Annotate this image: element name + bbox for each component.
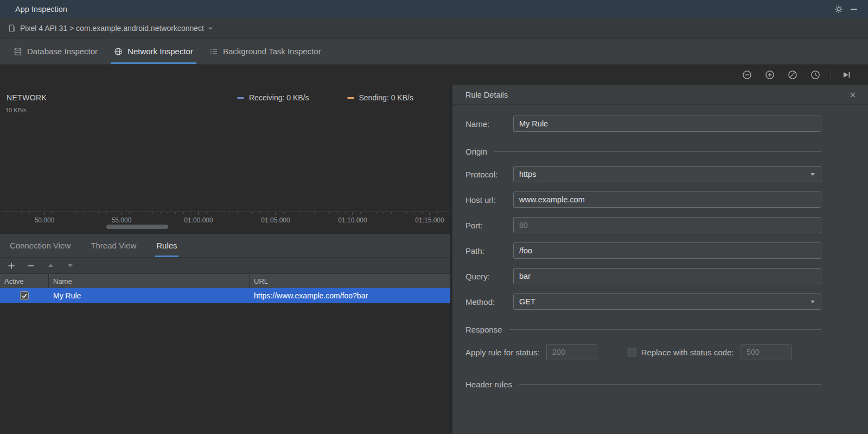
minimize-button[interactable] — [846, 2, 861, 16]
x-axis-tick: 55.000 — [112, 212, 132, 224]
tab-thread-view[interactable]: Thread View — [90, 234, 137, 257]
panel-title: Rule Details — [465, 91, 508, 99]
receiving-marker-icon — [237, 97, 244, 99]
port-input[interactable] — [513, 217, 821, 233]
method-row: Method: GET — [465, 293, 821, 310]
toolbar-separator — [831, 69, 831, 80]
add-rule-button[interactable] — [3, 259, 20, 272]
section-title: Header rules — [465, 380, 512, 389]
legend-sending: Sending: 0 KB/s — [347, 93, 413, 102]
zoom-out-button[interactable] — [739, 68, 755, 82]
section-title: Origin — [465, 147, 487, 156]
tab-label: Thread View — [91, 241, 136, 250]
tab-background-task-inspector[interactable]: Background Task Inspector — [201, 39, 329, 64]
zoom-out-icon — [742, 70, 752, 80]
zoom-in-button[interactable] — [762, 68, 777, 82]
zoom-in-icon — [765, 70, 775, 80]
section-title: Response — [465, 325, 502, 334]
reset-zoom-icon — [788, 70, 797, 80]
protocol-select[interactable]: https — [513, 166, 821, 182]
replace-status-checkbox[interactable] — [628, 348, 636, 356]
zoom-to-selection-button[interactable] — [808, 68, 823, 82]
database-icon — [14, 47, 22, 56]
response-section-header: Response — [465, 325, 821, 334]
chart-title: NETWORK — [7, 93, 47, 102]
go-live-icon — [841, 70, 851, 80]
path-input[interactable] — [513, 242, 821, 259]
tick-mark — [121, 212, 122, 215]
inspector-tab-bar: Database Inspector Network Inspector Bac… — [0, 39, 868, 65]
add-icon — [8, 262, 15, 270]
method-select[interactable]: GET — [513, 293, 821, 310]
tab-rules[interactable]: Rules — [155, 234, 178, 257]
port-label: Port: — [465, 221, 513, 230]
device-icon — [8, 24, 16, 33]
port-row: Port: — [465, 217, 821, 233]
path-label: Path: — [465, 246, 513, 256]
checkmark-icon — [21, 292, 28, 299]
view-tab-bar: Connection View Thread View Rules — [0, 234, 450, 258]
host-url-input[interactable] — [513, 192, 821, 208]
host-row: Host url: — [465, 192, 821, 208]
reset-zoom-button[interactable] — [785, 68, 800, 82]
rule-name-input[interactable] — [513, 116, 821, 132]
protocol-row: Protocol: https — [465, 166, 821, 182]
tab-label: Connection View — [10, 241, 71, 250]
rules-table-empty-area — [0, 303, 450, 434]
tab-label: Rules — [156, 241, 177, 250]
rule-active-cell — [0, 288, 49, 303]
column-header-active[interactable]: Active — [0, 274, 49, 288]
rule-name-cell: My Rule — [49, 288, 250, 303]
table-row[interactable]: My Rule https://www.example.com/foo?bar — [0, 288, 450, 303]
chart-legend: Receiving: 0 KB/s Sending: 0 KB/s — [237, 93, 413, 102]
device-bar: Pixel 4 API 31 > com.example.android.net… — [0, 18, 868, 39]
apply-status-label: Apply rule for status: — [465, 348, 540, 357]
apply-status-input[interactable] — [546, 344, 597, 360]
rule-details-header: Rule Details — [452, 85, 868, 105]
y-axis-max-label: 10 KB/s — [5, 107, 27, 113]
tab-connection-view[interactable]: Connection View — [9, 234, 72, 257]
settings-button[interactable] — [831, 2, 846, 16]
section-divider — [494, 151, 821, 152]
tab-network-inspector[interactable]: Network Inspector — [106, 39, 201, 64]
name-row: Name: — [465, 116, 821, 132]
go-live-button[interactable] — [839, 68, 854, 82]
timeline-scrollbar[interactable] — [106, 225, 168, 229]
gear-icon — [834, 5, 843, 14]
move-up-icon — [47, 262, 54, 269]
replace-status-input[interactable] — [741, 344, 792, 360]
tick-mark — [44, 212, 44, 215]
x-axis-tick: 01:15.000 — [415, 212, 444, 224]
tick-mark — [429, 212, 430, 215]
rule-active-checkbox[interactable] — [20, 291, 29, 300]
chevron-down-icon — [208, 25, 213, 31]
profiler-toolbar — [0, 65, 868, 85]
zoom-to-selection-icon — [810, 70, 820, 80]
close-panel-button[interactable] — [845, 88, 860, 102]
remove-rule-button[interactable] — [23, 259, 39, 272]
tick-mark — [198, 212, 199, 215]
move-rule-down-button[interactable] — [62, 259, 78, 272]
device-process-selector[interactable]: Pixel 4 API 31 > com.example.android.net… — [8, 24, 213, 33]
rules-table-header: Active Name URL — [0, 274, 450, 288]
network-chart-canvas[interactable]: NETWORK 10 KB/s Receiving: 0 KB/s Sendin… — [0, 85, 450, 234]
globe-icon — [114, 47, 123, 56]
host-label: Host url: — [465, 195, 513, 205]
replace-status-label: Replace with status code: — [641, 348, 734, 357]
column-header-name[interactable]: Name — [49, 274, 250, 288]
column-header-url[interactable]: URL — [250, 274, 450, 288]
title-bar: App Inspection — [0, 0, 868, 18]
network-panel: NETWORK 10 KB/s Receiving: 0 KB/s Sendin… — [0, 85, 450, 434]
tab-database-inspector[interactable]: Database Inspector — [5, 39, 106, 64]
tab-label: Database Inspector — [27, 47, 98, 56]
move-rule-up-button[interactable] — [42, 259, 59, 272]
device-process-label: Pixel 4 API 31 > com.example.android.net… — [20, 24, 204, 33]
window-title: App Inspection — [15, 5, 67, 14]
protocol-label: Protocol: — [465, 170, 513, 179]
protocol-value: https — [519, 170, 536, 178]
query-input[interactable] — [513, 268, 821, 284]
rules-toolbar — [0, 258, 450, 274]
rule-details-form: Name: Origin Protocol: https Host url: P… — [452, 105, 868, 399]
task-list-icon — [209, 47, 218, 56]
rule-details-panel: Rule Details Name: Origin Protocol: http… — [452, 85, 868, 434]
